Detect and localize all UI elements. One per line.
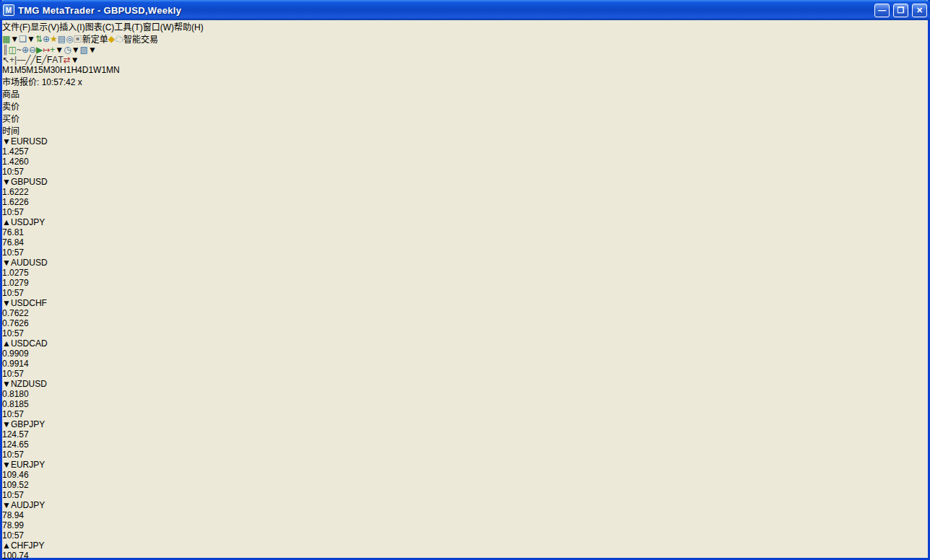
bid-cell: 1.0275 — [2, 268, 928, 278]
menu-item[interactable]: 图表(C) — [85, 22, 115, 32]
toolbar-timeframes: M1M5M15M30H1H4D1W1MN — [2, 65, 928, 75]
time-cell: 10:57 — [2, 490, 928, 500]
toolbar-chart-buttons: ║◫~⊕⊖▶↦+▼◷▼▧▼ — [2, 45, 928, 55]
line-chart-button[interactable]: ~ — [17, 45, 22, 55]
bid-cell: 124.57 — [2, 429, 928, 439]
time-cell: 10:57 — [2, 450, 928, 460]
ask-cell: 78.99 — [2, 520, 928, 530]
zoom-in-button[interactable]: ⊕ — [22, 45, 29, 55]
horizontal-line-icon: — — [17, 55, 25, 65]
symbol-cell: ▲USDJPY — [2, 217, 928, 227]
market-watch-row[interactable]: ▼NZDUSD0.81800.818510:57 — [2, 379, 928, 419]
market-watch-row[interactable]: ▼EURJPY109.46109.5210:57 — [2, 460, 928, 500]
menu-bar: 文件(F)显示(V)插入(I)图表(C)工具(T)窗口(W)帮助(H) — [2, 20, 928, 32]
chevron-down-icon[interactable]: ▼ — [27, 34, 35, 44]
menu-item[interactable]: 文件(F) — [2, 22, 30, 32]
symbol-name: EURUSD — [11, 136, 48, 146]
chevron-down-icon[interactable]: ▼ — [71, 45, 80, 55]
market-watch-column-header[interactable]: 卖价 — [2, 100, 928, 112]
chevron-down-icon[interactable]: ▼ — [88, 45, 97, 55]
minimize-button[interactable]: — — [874, 4, 890, 17]
metaeditor-button[interactable]: ◆ — [108, 34, 115, 44]
chevron-down-icon[interactable]: ▼ — [55, 45, 64, 55]
timeframe-button-mn[interactable]: MN — [106, 65, 120, 75]
market-watch-header: 商品卖价买价时间 — [2, 87, 928, 136]
bid-cell: 0.7622 — [2, 308, 928, 318]
zoom-out-button[interactable]: ⊖ — [29, 45, 36, 55]
equidistant-channel-button[interactable]: ╱E — [30, 55, 41, 65]
text-button[interactable]: A — [52, 55, 58, 65]
arrow-down-icon: ▼ — [2, 419, 11, 429]
chart-shift-button[interactable]: ↦ — [43, 45, 50, 55]
bid-cell: 78.94 — [2, 510, 928, 520]
market-watch-row[interactable]: ▼AUDUSD1.02751.027910:57 — [2, 258, 928, 298]
timeframe-button-h4[interactable]: H4 — [71, 65, 82, 75]
market-watch-button[interactable]: ⇅ — [35, 34, 43, 44]
market-watch-row[interactable]: ▼GBPUSD1.62221.622610:57 — [2, 177, 928, 217]
chevron-down-icon[interactable]: ▼ — [10, 34, 19, 44]
time-cell: 10:57 — [2, 328, 928, 338]
horizontal-line-button[interactable]: — — [17, 55, 25, 65]
menu-item[interactable]: 显示(V) — [30, 22, 59, 32]
timeframe-button-m15[interactable]: M15 — [26, 65, 43, 75]
market-watch-row[interactable]: ▲USDJPY76.8176.8410:57 — [2, 217, 928, 258]
periods-button[interactable]: ◷▼ — [64, 45, 79, 55]
terminal-button[interactable]: ▤ — [58, 34, 66, 44]
ask-cell: 1.4260 — [2, 157, 928, 167]
market-watch-row[interactable]: ▼AUDJPY78.9478.9910:57 — [2, 500, 928, 541]
templates-button[interactable]: ▧▼ — [80, 45, 97, 55]
strategy-tester-button[interactable]: ◎ — [66, 34, 73, 44]
timeframe-button-m30[interactable]: M30 — [43, 65, 60, 75]
market-watch-row[interactable]: ▼GBPJPY124.57124.6510:57 — [2, 419, 928, 460]
new-chart-button[interactable]: ▦▼ — [2, 34, 19, 44]
cursor-button[interactable]: ↖ — [2, 55, 9, 65]
profiles-button[interactable]: ❏▼ — [19, 34, 35, 44]
market-watch-column-header[interactable]: 时间 — [2, 124, 928, 136]
title-bar: M TMG MetaTrader - GBPUSD,Weekly — ❐ ✕ — [0, 0, 930, 20]
strategy-tester-icon: ◎ — [66, 34, 73, 44]
timeframe-button-m1[interactable]: M1 — [2, 65, 14, 75]
market-watch-close-icon[interactable]: x — [78, 77, 82, 87]
market-watch-row[interactable]: ▲CHFJPY100.74100.7810:57 — [2, 541, 928, 560]
indicators-button[interactable]: +▼ — [50, 45, 64, 55]
maximize-button[interactable]: ❐ — [893, 4, 908, 17]
chevron-down-icon[interactable]: ▼ — [71, 55, 79, 65]
crosshair-button[interactable]: + — [9, 55, 14, 65]
application-window: M TMG MetaTrader - GBPUSD,Weekly — ❐ ✕ 文… — [0, 0, 930, 560]
symbol-cell: ▼AUDUSD — [2, 258, 928, 268]
candlestick-button[interactable]: ◫ — [9, 45, 17, 55]
line-chart-icon: ~ — [17, 45, 22, 55]
auto-scroll-button[interactable]: ▶ — [36, 45, 43, 55]
arrow-down-icon: ▼ — [2, 379, 11, 389]
chart-shift-icon: ↦ — [43, 45, 50, 55]
menu-item[interactable]: 帮助(H) — [174, 22, 204, 32]
text-label-button[interactable]: T — [58, 55, 63, 65]
menu-item[interactable]: 工具(T) — [114, 22, 142, 32]
text-icon: A — [52, 55, 58, 65]
timeframe-button-d1[interactable]: D1 — [82, 65, 93, 75]
market-watch-row[interactable]: ▼USDCHF0.76220.762610:57 — [2, 298, 928, 338]
fibonacci-button[interactable]: ╱F — [42, 55, 53, 65]
bid-cell: 1.4257 — [2, 146, 928, 157]
navigator-icon: ★ — [50, 34, 58, 44]
bar-chart-button[interactable]: ║ — [2, 45, 9, 55]
market-watch-column-header[interactable]: 买价 — [2, 112, 928, 124]
data-window-button[interactable]: ⊕ — [43, 34, 50, 44]
market-watch-row[interactable]: ▼EURUSD1.42571.426010:57 — [2, 136, 928, 177]
ask-cell: 109.52 — [2, 480, 928, 490]
arrow-down-icon: ▼ — [2, 298, 11, 308]
menu-item[interactable]: 窗口(W) — [143, 22, 174, 32]
close-button[interactable]: ✕ — [912, 4, 927, 17]
arrow-tools-button[interactable]: ⇄▼ — [64, 55, 79, 65]
navigator-button[interactable]: ★ — [50, 34, 58, 44]
market-watch-column-header[interactable]: 商品 — [2, 87, 928, 100]
arrow-up-icon: ▲ — [2, 217, 11, 227]
menu-item[interactable]: 插入(I) — [59, 22, 84, 32]
timeframe-button-m5[interactable]: M5 — [14, 65, 27, 75]
timeframe-button-h1[interactable]: H1 — [60, 65, 71, 75]
data-window-icon: ⊕ — [43, 34, 50, 44]
expert-advisors-button[interactable]: ☁智能交易 — [115, 32, 158, 45]
market-watch-row[interactable]: ▲USDCAD0.99090.991410:57 — [2, 338, 928, 379]
timeframe-button-w1[interactable]: W1 — [93, 65, 106, 75]
new-order-button: ▣新定单 — [74, 32, 108, 45]
